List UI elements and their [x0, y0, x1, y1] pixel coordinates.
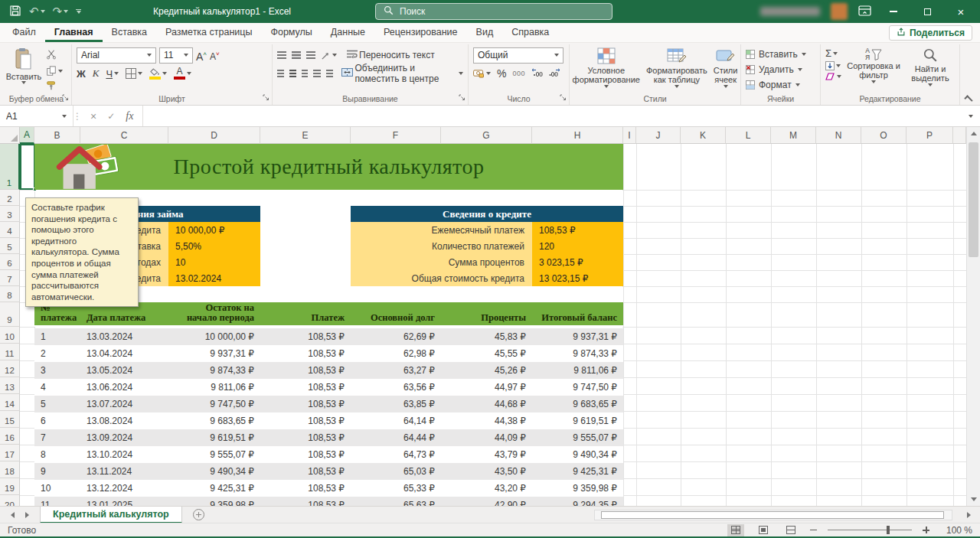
autosum-button[interactable]: Σ [825, 47, 841, 59]
clear-button[interactable] [825, 73, 841, 80]
expand-formula-bar-icon[interactable] [962, 106, 980, 126]
vertical-scrollbar[interactable] [966, 127, 980, 506]
row-header-11[interactable]: 11 [0, 344, 20, 360]
align-bottom-button[interactable] [306, 51, 315, 59]
tab-справка[interactable]: Справка [502, 24, 558, 42]
row-header-17[interactable]: 17 [0, 445, 20, 461]
sheet-tab[interactable]: Кредитный калькулятор [40, 507, 182, 523]
schedule-row[interactable]: 313.05.20249 874,33 ₽108,53 ₽63,27 ₽45,2… [34, 362, 623, 379]
fill-button[interactable] [825, 61, 841, 70]
row-header-1[interactable]: 1 [0, 144, 20, 190]
align-top-button[interactable] [277, 51, 286, 59]
row-header-14[interactable]: 14 [0, 394, 20, 411]
formula-enter-icon[interactable]: ✓ [107, 111, 115, 122]
select-all-corner[interactable] [0, 127, 20, 144]
horizontal-scroll-thumb[interactable] [601, 511, 944, 519]
decrease-indent-button[interactable] [313, 70, 321, 77]
insert-function-icon[interactable]: fx [126, 110, 133, 122]
namebox-splitter[interactable]: ⋮ [74, 106, 81, 126]
tab-разметка-страницы[interactable]: Разметка страницы [156, 24, 261, 42]
row-header-10[interactable]: 10 [0, 327, 20, 344]
avatar[interactable] [831, 3, 848, 20]
row-header-7[interactable]: 7 [0, 270, 20, 286]
underline-button[interactable]: Ч [106, 68, 119, 80]
italic-button[interactable]: К [93, 67, 100, 80]
align-left-button[interactable] [277, 70, 284, 77]
undo-button[interactable]: ↶ [29, 6, 45, 18]
scroll-up-icon[interactable] [971, 132, 977, 135]
align-center-button[interactable] [289, 70, 296, 77]
vertical-scroll-thumb[interactable] [969, 142, 978, 257]
fill-color-button[interactable] [149, 68, 167, 80]
zoom-in-button[interactable] [923, 527, 929, 533]
wrap-text-button[interactable]: Переносить текст [347, 50, 435, 60]
column-header-P[interactable]: P [906, 127, 953, 144]
column-header-I[interactable]: I [623, 127, 636, 144]
percent-style-button[interactable]: % [497, 67, 506, 80]
row-header-9[interactable]: 9 [0, 302, 20, 327]
column-header-G[interactable]: G [441, 127, 532, 144]
redo-button[interactable]: ↷ [53, 6, 69, 18]
save-icon[interactable] [9, 5, 21, 19]
schedule-row[interactable]: 213.04.20249 937,31 ₽108,53 ₽62,98 ₽45,5… [34, 345, 623, 362]
tab-вставка[interactable]: Вставка [103, 24, 156, 42]
font-color-button[interactable]: A [174, 67, 191, 80]
row-header-12[interactable]: 12 [0, 360, 20, 377]
next-sheet-icon[interactable] [25, 512, 29, 518]
format-cells-button[interactable]: Формат [746, 77, 815, 92]
merge-center-button[interactable]: Объединить и поместить в центре [341, 63, 463, 84]
comma-style-button[interactable]: 000 [512, 70, 525, 77]
view-normal-button[interactable] [727, 524, 744, 536]
column-header-D[interactable]: D [168, 127, 260, 144]
cell-styles-button[interactable]: Стили ячеек [714, 46, 738, 88]
font-size-select[interactable]: 11 [159, 47, 193, 64]
bold-button[interactable]: Ж [77, 68, 86, 80]
zoom-out-button[interactable] [810, 530, 817, 531]
row-header-19[interactable]: 19 [0, 478, 20, 495]
prev-sheet-icon[interactable] [11, 512, 15, 518]
column-header-M[interactable]: M [771, 127, 816, 144]
format-painter-icon[interactable] [46, 80, 63, 93]
row-header-16[interactable]: 16 [0, 428, 20, 445]
column-header-J[interactable]: J [636, 127, 681, 144]
formula-input[interactable] [143, 106, 962, 126]
schedule-row[interactable]: 413.06.20249 811,06 ₽108,53 ₽63,56 ₽44,9… [34, 379, 623, 396]
row-header-13[interactable]: 13 [0, 377, 20, 394]
column-header-H[interactable]: H [532, 127, 623, 144]
row-header-18[interactable]: 18 [0, 461, 20, 478]
row-header-2[interactable]: 2 [0, 190, 20, 206]
column-header-C[interactable]: C [80, 127, 168, 144]
schedule-row[interactable]: 1113.01.20259 359,98 ₽108,53 ₽65,63 ₽42,… [34, 497, 623, 506]
schedule-row[interactable]: 913.11.20249 490,34 ₽108,53 ₽65,03 ₽43,5… [34, 463, 623, 480]
maximize-button[interactable] [916, 2, 939, 21]
column-header-F[interactable]: F [351, 127, 441, 144]
clipboard-dialog-launcher[interactable] [62, 93, 69, 103]
alignment-dialog-launcher[interactable] [459, 93, 466, 103]
increase-font-button[interactable]: A˄ [196, 50, 207, 61]
align-right-button[interactable] [302, 70, 309, 77]
view-page-break-button[interactable] [782, 524, 799, 536]
format-as-table-button[interactable]: Форматировать как таблицу [646, 46, 707, 88]
row-header-20[interactable]: 20 [0, 495, 20, 506]
row-header-6[interactable]: 6 [0, 254, 20, 270]
column-header-E[interactable]: E [260, 127, 351, 144]
schedule-row[interactable]: 613.08.20249 683,65 ₽108,53 ₽64,14 ₽44,3… [34, 412, 623, 429]
font-dialog-launcher[interactable] [263, 93, 270, 103]
tab-главная[interactable]: Главная [45, 24, 103, 42]
name-box[interactable]: A1 [0, 106, 74, 126]
row-header-5[interactable]: 5 [0, 238, 20, 254]
find-select-button[interactable]: Найти и выделить [906, 46, 955, 86]
row-header-15[interactable]: 15 [0, 411, 20, 428]
horizontal-scrollbar[interactable] [594, 510, 952, 520]
minimize-button[interactable] [882, 2, 905, 21]
borders-button[interactable] [126, 68, 142, 79]
sort-filter-button[interactable]: АЯ Сортировка и фильтр [844, 46, 903, 86]
zoom-level[interactable]: 100 % [940, 525, 972, 536]
ribbon-display-options-icon[interactable] [858, 5, 871, 18]
cut-icon[interactable] [46, 49, 63, 62]
add-sheet-button[interactable] [193, 509, 204, 520]
column-header-N[interactable]: N [816, 127, 861, 144]
decrease-decimal-button[interactable] [549, 68, 560, 79]
insert-cells-button[interactable]: Вставить [746, 47, 815, 61]
tab-файл[interactable]: Файл [3, 24, 45, 42]
